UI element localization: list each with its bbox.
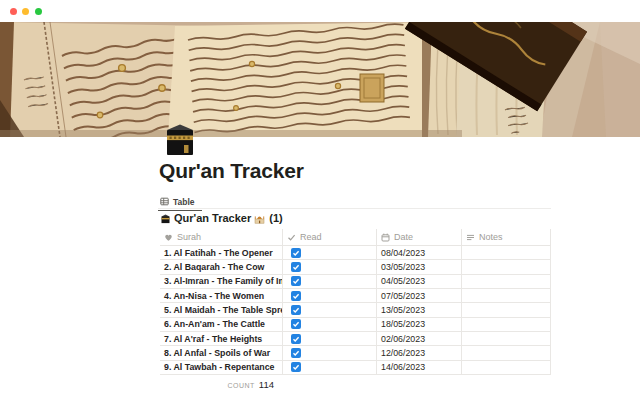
tab-label: Table [173, 197, 195, 207]
read-checkbox[interactable] [291, 276, 301, 286]
surah-text: 4. An-Nisa - The Women [164, 291, 264, 301]
table-view-icon [160, 197, 169, 206]
fullscreen-button[interactable] [35, 8, 42, 15]
notes-cell[interactable] [462, 361, 551, 374]
read-checkbox[interactable] [291, 319, 301, 329]
surah-cell[interactable]: 6. An-An'am - The Cattle [160, 318, 283, 331]
surah-cell[interactable]: 2. Al Baqarah - The Cow [160, 260, 283, 273]
date-text: 07/05/2023 [381, 291, 425, 301]
column-header-date[interactable]: Date [377, 229, 462, 245]
date-cell[interactable]: 02/06/2023 [377, 332, 462, 345]
table-row: 9. Al Tawbah - Repentance 14/06/2023 [160, 361, 551, 375]
date-cell[interactable]: 03/05/2023 [377, 260, 462, 273]
window-titlebar [0, 0, 640, 22]
date-text: 18/05/2023 [381, 319, 425, 329]
read-checkbox[interactable] [291, 291, 301, 301]
date-text: 08/04/2023 [381, 248, 425, 258]
read-cell[interactable] [283, 332, 377, 345]
surah-text: 1. Al Fatihah - The Opener [164, 248, 273, 258]
date-text: 02/06/2023 [381, 334, 425, 344]
column-label: Date [394, 232, 413, 242]
read-cell[interactable] [283, 246, 377, 259]
read-cell[interactable] [283, 318, 377, 331]
checkmark-icon [292, 363, 300, 371]
surah-text: 5. Al Maidah - The Table Spread [164, 305, 283, 315]
count-value: 114 [259, 379, 274, 390]
read-checkbox[interactable] [291, 248, 301, 258]
table-row: 8. Al Anfal - Spoils of War 12/06/2023 [160, 346, 551, 360]
table-row: 6. An-An'am - The Cattle 18/05/2023 [160, 318, 551, 332]
surah-cell[interactable]: 7. Al A'raf - The Heights [160, 332, 283, 345]
date-text: 13/05/2023 [381, 305, 425, 315]
read-checkbox[interactable] [291, 362, 301, 372]
view-tab-bar: Table [158, 192, 551, 209]
mosque-emoji-icon [254, 213, 265, 224]
date-cell[interactable]: 07/05/2023 [377, 289, 462, 302]
database-header[interactable]: Qur'an Tracker (1) [160, 212, 283, 224]
count-footer[interactable]: COUNT 114 [160, 379, 274, 390]
date-cell[interactable]: 13/05/2023 [377, 303, 462, 316]
tab-table[interactable]: Table [158, 194, 202, 211]
read-checkbox[interactable] [291, 334, 301, 344]
page-cover-image [0, 22, 640, 137]
surah-cell[interactable]: 3. Al-Imran - The Family of Imran [160, 275, 283, 288]
column-header-surah[interactable]: Surah [160, 229, 283, 245]
calendar-icon [381, 233, 390, 242]
close-button[interactable] [10, 8, 17, 15]
kaaba-emoji-icon [160, 118, 200, 158]
database-view-count: (1) [269, 212, 282, 224]
check-icon [287, 233, 296, 242]
table-header-row: Surah Read Date Notes [160, 229, 551, 246]
quran-photo-illustration [0, 22, 640, 137]
date-cell[interactable]: 14/06/2023 [377, 361, 462, 374]
surah-text: 9. Al Tawbah - Repentance [164, 362, 274, 372]
checkmark-icon [292, 263, 300, 271]
notes-cell[interactable] [462, 275, 551, 288]
surah-cell[interactable]: 4. An-Nisa - The Women [160, 289, 283, 302]
read-checkbox[interactable] [291, 305, 301, 315]
notes-cell[interactable] [462, 318, 551, 331]
surah-cell[interactable]: 8. Al Anfal - Spoils of War [160, 346, 283, 359]
read-cell[interactable] [283, 346, 377, 359]
read-cell[interactable] [283, 275, 377, 288]
read-cell[interactable] [283, 260, 377, 273]
read-cell[interactable] [283, 303, 377, 316]
read-checkbox[interactable] [291, 262, 301, 272]
checkmark-icon [292, 306, 300, 314]
date-cell[interactable]: 12/06/2023 [377, 346, 462, 359]
surah-cell[interactable]: 5. Al Maidah - The Table Spread [160, 303, 283, 316]
notes-cell[interactable] [462, 303, 551, 316]
date-text: 03/05/2023 [381, 262, 425, 272]
column-header-read[interactable]: Read [283, 229, 377, 245]
date-cell[interactable]: 08/04/2023 [377, 246, 462, 259]
date-text: 04/05/2023 [381, 276, 425, 286]
database-table: Surah Read Date Notes 1. Al Fatihah - Th… [160, 229, 551, 375]
date-cell[interactable]: 04/05/2023 [377, 275, 462, 288]
minimize-button[interactable] [22, 8, 29, 15]
surah-text: 6. An-An'am - The Cattle [164, 319, 265, 329]
column-header-notes[interactable]: Notes [462, 229, 551, 245]
page-title[interactable]: Qur'an Tracker [159, 159, 304, 183]
checkmark-icon [292, 277, 300, 285]
date-text: 12/06/2023 [381, 348, 425, 358]
date-cell[interactable]: 18/05/2023 [377, 318, 462, 331]
notes-cell[interactable] [462, 289, 551, 302]
table-body: 1. Al Fatihah - The Opener 08/04/2023 2.… [160, 246, 551, 375]
column-label: Notes [479, 232, 503, 242]
read-cell[interactable] [283, 289, 377, 302]
notes-cell[interactable] [462, 246, 551, 259]
surah-cell[interactable]: 1. Al Fatihah - The Opener [160, 246, 283, 259]
database-title: Qur'an Tracker [174, 212, 251, 224]
read-cell[interactable] [283, 361, 377, 374]
notes-cell[interactable] [462, 346, 551, 359]
surah-cell[interactable]: 9. Al Tawbah - Repentance [160, 361, 283, 374]
notes-cell[interactable] [462, 332, 551, 345]
date-text: 14/06/2023 [381, 362, 425, 372]
read-checkbox[interactable] [291, 348, 301, 358]
count-label: COUNT [227, 382, 254, 389]
checkmark-icon [292, 249, 300, 257]
column-label: Surah [177, 232, 201, 242]
notes-cell[interactable] [462, 260, 551, 273]
page-icon-kaaba[interactable] [160, 118, 200, 158]
surah-text: 7. Al A'raf - The Heights [164, 334, 262, 344]
